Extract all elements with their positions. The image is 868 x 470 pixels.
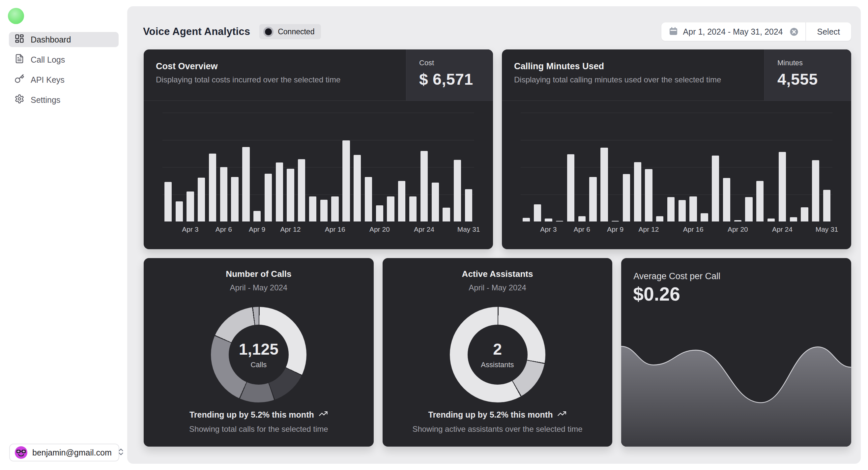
bar (712, 156, 719, 221)
bar (253, 211, 261, 221)
x-axis-labels: Apr 3Apr 6Apr 9Apr 12Apr 16Apr 20Apr 24M… (521, 225, 832, 235)
date-range-picker: Apr 1, 2024 - May 31, 2024 Select (661, 23, 851, 41)
bar (534, 205, 541, 221)
bar (220, 167, 227, 221)
trending-up-icon (319, 409, 328, 420)
bar (589, 177, 596, 221)
trend-note: Showing active assistants over the selec… (412, 425, 582, 434)
bar (600, 148, 608, 221)
bar (242, 147, 249, 221)
sidebar-item-label: Call Logs (31, 55, 65, 65)
bar (198, 178, 205, 221)
card-title: Average Cost per Call (633, 271, 720, 281)
sidebar: Dashboard Call Logs API Keys (0, 0, 127, 470)
bar (567, 154, 575, 221)
clear-date-icon[interactable] (789, 27, 799, 37)
user-account-button[interactable]: benjamin@gmail.com (9, 444, 119, 462)
page-title: Voice Agent Analytics (143, 26, 250, 38)
bar (365, 177, 372, 221)
status-badge-label: Connected (278, 27, 314, 36)
x-axis-tick-label: Apr 3 (182, 225, 198, 233)
card-title: Number of Calls (226, 269, 291, 279)
x-axis-tick-label: Apr 24 (414, 225, 434, 233)
bar (723, 178, 730, 221)
bar (276, 162, 283, 221)
date-range-trigger[interactable]: Apr 1, 2024 - May 31, 2024 (661, 26, 805, 37)
voice-agent-analytics-app: Dashboard Call Logs API Keys (0, 0, 868, 470)
cost-bar-chart: Apr 3Apr 6Apr 9Apr 12Apr 16Apr 20Apr 24M… (162, 101, 474, 249)
x-axis-tick-label: Apr 20 (369, 225, 390, 233)
bar (734, 220, 741, 221)
bar (387, 196, 394, 221)
bar (701, 213, 708, 221)
number-of-calls-card: Number of Calls April - May 2024 1,125 C… (144, 258, 374, 447)
sidebar-item-settings[interactable]: Settings (9, 92, 119, 107)
sidebar-item-dashboard[interactable]: Dashboard (9, 32, 119, 47)
trending-up-icon (557, 409, 566, 420)
bar (768, 219, 775, 221)
x-axis-tick-label: Apr 6 (216, 225, 232, 233)
bar (756, 181, 764, 221)
bar (667, 197, 675, 221)
sidebar-item-label: Dashboard (31, 35, 71, 44)
bar-chart-plot (162, 113, 474, 221)
user-email: benjamin@gmail.com (32, 448, 112, 458)
x-axis-tick-label: Apr 9 (607, 225, 623, 233)
bar (454, 160, 461, 221)
trend-line: Trending up by 5.2% this month (428, 409, 567, 420)
bar (409, 196, 416, 221)
status-badge: Connected (259, 24, 321, 39)
donut-center-value: 2 (493, 340, 502, 358)
key-icon (14, 74, 24, 86)
x-axis-tick-label: May 31 (816, 225, 838, 233)
bar-chart-plot (521, 113, 832, 221)
bar (465, 189, 472, 221)
bar (578, 216, 586, 221)
bar (398, 181, 405, 221)
stat-value: $ 6,571 (419, 70, 493, 88)
trend-line: Trending up by 5.2% this month (189, 409, 328, 420)
page-header: Voice Agent Analytics Connected (143, 22, 851, 41)
bar (432, 183, 439, 221)
bar (342, 140, 350, 221)
sidebar-item-label: Settings (31, 95, 60, 105)
bar (331, 196, 338, 221)
stat-label: Minutes (777, 59, 851, 67)
card-subtitle: April - May 2024 (469, 283, 526, 292)
average-cost-value: $0.26 (633, 283, 680, 305)
user-avatar (15, 446, 27, 459)
sidebar-nav: Dashboard Call Logs API Keys (9, 32, 119, 107)
card-title: Active Assistants (462, 269, 533, 279)
trend-text: Trending up by 5.2% this month (428, 410, 553, 419)
bar (309, 196, 316, 221)
bar (812, 160, 819, 221)
calling-minutes-card: Calling Minutes Used Displaying total ca… (502, 50, 851, 249)
assistants-donut-chart: 2 Assistants (450, 307, 546, 402)
bar (376, 205, 383, 221)
top-cards-row: Cost Overview Displaying total costs inc… (144, 50, 851, 249)
bar (634, 162, 641, 221)
bar (790, 217, 797, 221)
dashboard-grid-icon (14, 34, 24, 45)
sidebar-item-label: API Keys (31, 75, 65, 85)
calls-donut-chart: 1,125 Calls (211, 307, 307, 402)
average-cost-card: Average Cost per Call $0.26 (621, 258, 851, 447)
minutes-bar-chart: Apr 3Apr 6Apr 9Apr 12Apr 16Apr 20Apr 24M… (521, 101, 832, 249)
x-axis-tick-label: Apr 9 (249, 225, 265, 233)
x-axis-tick-label: May 31 (457, 225, 480, 233)
card-header: Calling Minutes Used Displaying total ca… (502, 50, 851, 101)
sidebar-item-api-keys[interactable]: API Keys (9, 72, 119, 87)
donut-center: 1,125 Calls (229, 325, 289, 385)
cost-stat-box: Cost $ 6,571 (406, 50, 493, 100)
stat-value: 4,555 (777, 70, 851, 88)
bar (176, 201, 183, 221)
bar (353, 155, 361, 221)
donut-center: 2 Assistants (468, 325, 528, 385)
select-button[interactable]: Select (806, 27, 851, 37)
app-logo (8, 8, 24, 24)
bottom-cards-row: Number of Calls April - May 2024 1,125 C… (144, 258, 851, 447)
card-subtitle: April - May 2024 (230, 283, 287, 292)
active-assistants-card: Active Assistants April - May 2024 2 Ass… (382, 258, 613, 447)
x-axis-tick-label: Apr 12 (639, 225, 659, 233)
sidebar-item-call-logs[interactable]: Call Logs (9, 52, 119, 67)
